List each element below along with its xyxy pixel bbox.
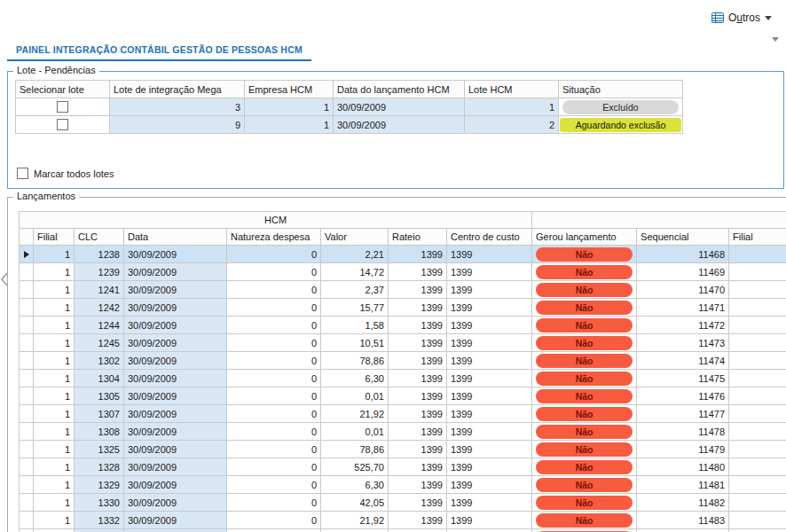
lanc-column-header-10[interactable]: Filial	[729, 229, 786, 246]
lote-checkbox[interactable]	[57, 119, 68, 130]
filial-cell: 1	[34, 281, 75, 299]
lotes-column-header-2[interactable]: Lote de integração Mega	[110, 81, 245, 98]
lancamento-row[interactable]: 1130730/09/2009021,9213991399Não11477	[20, 405, 786, 423]
lanc-row-indicator-header[interactable]	[20, 229, 34, 246]
lanc-column-header-5[interactable]: Valor	[321, 229, 389, 246]
filial-cell: 1	[34, 512, 75, 529]
valor-cell: 6,30	[321, 370, 389, 387]
lote-row[interactable]: 3130/09/20091Excluído	[16, 98, 683, 116]
centro-custo-cell: 1399	[447, 317, 532, 334]
filial-cell: 1	[34, 441, 75, 458]
gerou-lancamento-badge: Não	[536, 407, 633, 421]
sequencial-cell: 11480	[637, 458, 729, 476]
lancamento-row[interactable]: 1130830/09/200900,0113991399Não11478	[20, 423, 786, 441]
lanc-column-header-9[interactable]: Sequencial	[637, 229, 729, 246]
valor-cell: 116,14	[321, 529, 389, 532]
centro-custo-cell: 1399	[447, 494, 532, 512]
centro-custo-cell: 1399	[447, 405, 532, 423]
centro-custo-cell: 1399	[447, 281, 532, 299]
sequencial-cell: 11471	[637, 299, 729, 317]
rateio-cell: 1399	[389, 281, 447, 299]
valor-cell: 15,77	[321, 299, 389, 317]
data-cell: 30/09/2009	[124, 263, 227, 281]
lancamento-row[interactable]: 1132830/09/20090525,7013991399Não11480	[20, 458, 786, 476]
valor-cell: 6,30	[321, 476, 389, 494]
sequencial-cell: 11477	[637, 405, 729, 423]
lanc-column-header-3[interactable]: Data	[124, 229, 227, 246]
filial-cell: 1	[34, 529, 75, 532]
rateio-cell: 1399	[389, 458, 447, 476]
lanc-column-header-7[interactable]: Centro de custo	[447, 229, 532, 246]
lancamento-row[interactable]: 1124130/09/200902,3713991399Não11470	[20, 281, 786, 299]
rateio-cell: 1399	[389, 299, 447, 317]
gerou-lancamento-cell: Não	[532, 458, 637, 476]
lote-hcm-cell: 1	[465, 98, 559, 116]
lanc-column-header-1[interactable]: Filial	[34, 229, 75, 246]
lancamento-row[interactable]: 1124230/09/2009015,7713991399Não11471	[20, 299, 786, 317]
filial2-cell	[729, 246, 786, 263]
natureza-despesa-cell: 0	[227, 317, 321, 334]
lancamento-row[interactable]: 1133230/09/2009021,9213991399Não11483	[20, 512, 786, 529]
lotes-column-header-5[interactable]: Lote HCM	[465, 81, 559, 98]
filial-cell: 1	[34, 476, 75, 494]
marcar-todos-checkbox[interactable]	[17, 168, 28, 179]
lanc-column-header-4[interactable]: Natureza despesa	[227, 229, 321, 246]
lote-row[interactable]: 9130/09/20092Aguardando exclusão	[16, 116, 683, 134]
lancamentos-table: HCM FilialCLCDataNatureza despesaValorRa…	[19, 211, 786, 532]
situacao-cell: Aguardando exclusão	[559, 116, 683, 134]
data-cell: 30/09/2009	[124, 317, 227, 334]
outros-icon	[711, 12, 724, 24]
row-indicator-cell	[20, 529, 34, 532]
data-cell: 30/09/2009	[124, 352, 227, 370]
clc-cell: 1328	[75, 458, 124, 476]
filial-cell: 1	[34, 317, 75, 334]
centro-custo-cell: 1399	[447, 423, 532, 441]
tab-painel-integracao[interactable]: PAINEL INTEGRAÇÃO CONTÁBIL GESTÃO DE PES…	[7, 44, 311, 61]
lote-checkbox[interactable]	[57, 101, 68, 113]
lotes-column-header-1[interactable]: Selecionar lote	[16, 81, 110, 98]
collapse-panel-chevron-left-icon[interactable]	[0, 270, 9, 290]
gerou-lancamento-cell: Não	[532, 494, 637, 512]
natureza-despesa-cell: 0	[227, 263, 321, 281]
lancamento-row[interactable]: 1133330/09/20090116,1413991399Não11484	[20, 529, 786, 532]
lancamento-row[interactable]: 1130230/09/2009078,8613991399Não11474	[20, 352, 786, 370]
marcar-todos-lotes[interactable]: Marcar todos lotes	[17, 168, 114, 179]
valor-cell: 14,72	[321, 263, 389, 281]
gerou-lancamento-badge: Não	[536, 336, 633, 350]
lanc-column-header-8[interactable]: Gerou lançamento	[532, 229, 637, 246]
lancamento-row[interactable]: 1123930/09/2009014,7213991399Não11469	[20, 263, 786, 281]
outros-button[interactable]: Outros	[708, 9, 775, 27]
lotes-table-body: 3130/09/20091Excluído9130/09/20092Aguard…	[16, 98, 683, 134]
clc-cell: 1302	[75, 352, 124, 370]
natureza-despesa-cell: 0	[227, 529, 321, 532]
valor-cell: 0,01	[321, 387, 389, 405]
lanc-column-header-2[interactable]: CLC	[75, 229, 124, 246]
lanc-column-header-6[interactable]: Rateio	[389, 229, 447, 246]
marcar-todos-label: Marcar todos lotes	[34, 168, 114, 179]
lancamento-row[interactable]: 1123830/09/200902,2113991399Não11468	[20, 246, 786, 263]
lancamento-row[interactable]: 1132930/09/200906,3013991399Não11481	[20, 476, 786, 494]
filial2-cell	[729, 334, 786, 352]
dropdown-caret-icon[interactable]	[772, 37, 779, 42]
filial-cell: 1	[34, 352, 75, 370]
filial-cell: 1	[34, 299, 75, 317]
lancamento-row[interactable]: 1130430/09/200906,3013991399Não11475	[20, 370, 786, 387]
clc-cell: 1307	[75, 405, 124, 423]
data-cell: 30/09/2009	[124, 281, 227, 299]
rateio-cell: 1399	[389, 529, 447, 532]
clc-cell: 1325	[75, 441, 124, 458]
lancamento-row[interactable]: 1133030/09/2009042,0513991399Não11482	[20, 494, 786, 512]
natureza-despesa-cell: 0	[227, 334, 321, 352]
sequencial-cell: 11483	[637, 512, 729, 529]
clc-cell: 1305	[75, 387, 124, 405]
lancamentos-group-title: Lançamentos	[13, 191, 79, 201]
lancamento-row[interactable]: 1132530/09/2009078,8613991399Não11479	[20, 441, 786, 458]
lotes-column-header-3[interactable]: Empresa HCM	[245, 81, 334, 98]
filial-cell: 1	[34, 423, 75, 441]
lancamento-row[interactable]: 1124530/09/2009010,5113991399Não11473	[20, 334, 786, 352]
valor-cell: 21,92	[321, 405, 389, 423]
lotes-column-header-6[interactable]: Situação	[559, 81, 683, 98]
lotes-column-header-4[interactable]: Data do lançamento HCM	[334, 81, 465, 98]
lancamento-row[interactable]: 1130530/09/200900,0113991399Não11476	[20, 387, 786, 405]
lancamento-row[interactable]: 1124430/09/200901,5813991399Não11472	[20, 317, 786, 334]
